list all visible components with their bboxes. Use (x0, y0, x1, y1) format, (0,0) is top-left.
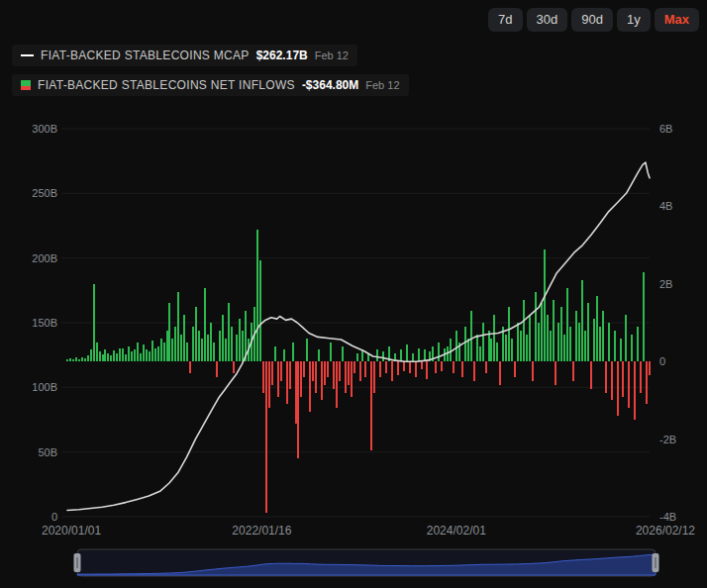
navigator-left-handle[interactable] (74, 553, 81, 572)
svg-text:4B: 4B (659, 200, 672, 212)
svg-text:6B: 6B (659, 123, 672, 135)
navigator-right-handle[interactable] (653, 553, 659, 572)
range-1y-button[interactable]: 1y (617, 8, 651, 32)
svg-text:-2B: -2B (659, 434, 676, 445)
legend-mcap-label: FIAT-BACKED STABLECOINS MCAP (41, 49, 250, 62)
svg-text:2026/02/12: 2026/02/12 (636, 524, 695, 538)
time-range-selector: 7d 30d 90d 1y Max (488, 8, 699, 32)
x-axis-labels: 2020/01/012022/01/162024/02/012026/02/12 (42, 524, 695, 538)
range-90d-button[interactable]: 90d (571, 8, 613, 32)
svg-text:2024/02/01: 2024/02/01 (427, 524, 486, 538)
y-axis-right-labels: -4B-2B02B4B6B (659, 123, 676, 523)
stablecoins-chart-plot[interactable]: 050B100B150B200B250B300B-4B-2B02B4B6B202… (0, 99, 707, 546)
legend-inflows[interactable]: FIAT-BACKED STABLECOINS NET INFLOWS -$36… (12, 74, 409, 96)
legend-inflows-date: Feb 12 (365, 79, 399, 91)
svg-text:50B: 50B (38, 446, 57, 458)
svg-text:250B: 250B (32, 187, 57, 199)
svg-text:150B: 150B (32, 317, 57, 329)
svg-text:0: 0 (51, 511, 57, 523)
range-7d-button[interactable]: 7d (488, 8, 522, 32)
y-axis-left-labels: 050B100B150B200B250B300B (32, 123, 57, 523)
legend-inflows-value: -$364.80M (302, 78, 358, 92)
chart-navigator[interactable] (0, 542, 707, 586)
svg-text:0: 0 (659, 355, 665, 367)
inflows-bar-marker-icon (21, 80, 31, 90)
legend-inflows-label: FIAT-BACKED STABLECOINS NET INFLOWS (38, 78, 295, 92)
svg-text:2022/01/16: 2022/01/16 (232, 524, 291, 538)
svg-text:2020/01/01: 2020/01/01 (42, 524, 101, 538)
stablecoins-dashboard: 7d 30d 90d 1y Max FIAT-BACKED STABLECOIN… (0, 0, 707, 588)
inflow-bars (66, 230, 651, 513)
legend-mcap[interactable]: FIAT-BACKED STABLECOINS MCAP $262.17B Fe… (12, 45, 357, 66)
svg-text:200B: 200B (32, 252, 57, 264)
svg-text:100B: 100B (32, 381, 57, 393)
svg-text:-4B: -4B (659, 511, 676, 523)
svg-text:2B: 2B (659, 278, 672, 290)
legend-mcap-date: Feb 12 (315, 49, 349, 61)
legend-mcap-value: $262.17B (256, 49, 308, 62)
range-max-button[interactable]: Max (655, 8, 699, 32)
svg-text:300B: 300B (32, 123, 57, 135)
range-30d-button[interactable]: 30d (527, 8, 568, 32)
mcap-line-marker-icon (21, 54, 34, 56)
